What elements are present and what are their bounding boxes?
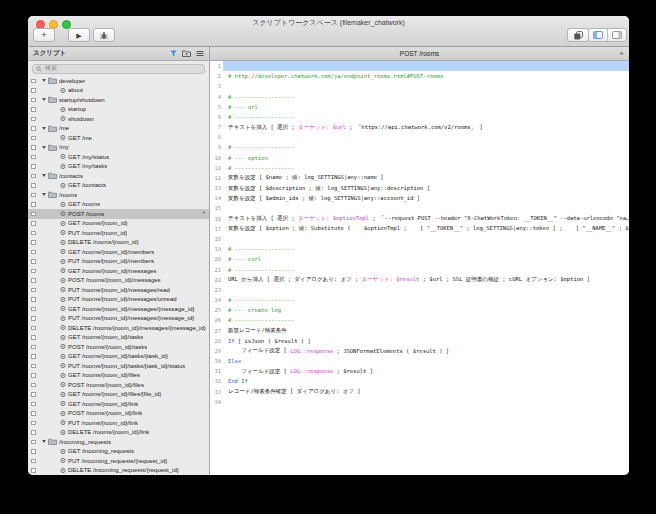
- sidebar-script-row[interactable]: startup: [28, 105, 209, 115]
- line-content[interactable]: フィールド設定 [ LOG::response ; JSONFormatElem…: [223, 346, 629, 356]
- code-line[interactable]: 17変数を設定 [ $option ; 値: Substitute ( $opt…: [210, 224, 629, 234]
- code-line[interactable]: 26# ------------------: [210, 315, 629, 325]
- sidebar-folder-row[interactable]: developer: [28, 76, 209, 86]
- sidebar-script-row[interactable]: GET /rooms/{room_id}/link: [28, 399, 209, 409]
- new-tab-button[interactable]: +: [619, 47, 624, 60]
- sidebar-folder-row[interactable]: /my: [28, 143, 209, 153]
- line-content[interactable]: [223, 234, 629, 244]
- disclosure-triangle-icon[interactable]: [42, 127, 46, 130]
- include-checkbox[interactable]: [31, 421, 36, 426]
- code-line[interactable]: 33レコード/検索条件確定 [ ダイアログあり: オフ ]: [210, 387, 629, 397]
- include-checkbox[interactable]: [31, 145, 36, 150]
- include-checkbox[interactable]: [31, 316, 36, 321]
- code-line[interactable]: 34: [210, 397, 629, 407]
- include-checkbox[interactable]: [31, 107, 36, 112]
- editor-tab-bar[interactable]: POST /rooms +: [210, 47, 629, 60]
- code-line[interactable]: 25# --- create log: [210, 305, 629, 315]
- filter-icon[interactable]: [170, 50, 177, 57]
- code-line[interactable]: 18: [210, 234, 629, 244]
- line-content[interactable]: 変数を設定 [ $name ; 値: log_SETTINGS|any::nam…: [223, 173, 629, 183]
- sidebar-script-row[interactable]: POST /rooms/{room_id}/tasks: [28, 342, 209, 352]
- sidebar-script-row[interactable]: DELETE /incoming_requests/{request_id}: [28, 466, 209, 476]
- sidebar-script-row[interactable]: GET /rooms/{room_id}/files/{file_id}: [28, 390, 209, 400]
- disclosure-triangle-icon[interactable]: [42, 174, 46, 177]
- code-line[interactable]: 2# http://developer.chatwork.com/ja/endp…: [210, 71, 629, 81]
- toggle-right-pane-button[interactable]: [607, 29, 626, 41]
- new-folder-icon[interactable]: [182, 50, 191, 57]
- sidebar-script-row[interactable]: GET /my/status: [28, 152, 209, 162]
- code-line[interactable]: 15: [210, 203, 629, 213]
- sidebar-script-row[interactable]: POST /rooms*: [28, 209, 209, 219]
- code-line[interactable]: 3: [210, 81, 629, 91]
- include-checkbox[interactable]: [31, 183, 36, 188]
- line-content[interactable]: # --- option: [223, 153, 629, 163]
- sidebar-script-row[interactable]: DELETE /rooms/{room_id}/messages/{messag…: [28, 323, 209, 333]
- line-content[interactable]: # --- create log: [223, 305, 629, 315]
- line-content[interactable]: [223, 132, 629, 142]
- code-line[interactable]: 13変数を設定 [ $description ; 値: log_SETTINGS…: [210, 183, 629, 193]
- sidebar-script-row[interactable]: POST /rooms/{room_id}/files: [28, 380, 209, 390]
- code-line[interactable]: 5# --- url: [210, 102, 629, 112]
- code-line[interactable]: 21# ------------------: [210, 264, 629, 274]
- include-checkbox[interactable]: [31, 468, 36, 473]
- toggle-left-pane-button[interactable]: [589, 29, 607, 41]
- code-line[interactable]: 4# ------------------: [210, 92, 629, 102]
- code-line[interactable]: 12変数を設定 [ $name ; 値: log_SETTINGS|any::n…: [210, 173, 629, 183]
- sidebar-script-row[interactable]: GET /contacts: [28, 181, 209, 191]
- line-content[interactable]: # ------------------: [223, 295, 629, 305]
- sidebar-folder-row[interactable]: /contacts: [28, 171, 209, 181]
- sidebar-script-row[interactable]: GET /incoming_requests: [28, 447, 209, 457]
- view-options-icon[interactable]: [196, 50, 204, 57]
- selected-line-content[interactable]: [223, 61, 629, 71]
- sidebar-script-row[interactable]: PUT /rooms/{room_id}/tasks/{task_id}/sta…: [28, 361, 209, 371]
- code-line[interactable]: 16テキストを挿入 [ 選択 ; ターゲット: $optionTmpl ; 「-…: [210, 214, 629, 224]
- code-line[interactable]: 7テキストを挿入 [ 選択 ; ターゲット: $url ; 「https://a…: [210, 122, 629, 132]
- include-checkbox[interactable]: [31, 250, 36, 255]
- code-line[interactable]: 30Else: [210, 356, 629, 366]
- include-checkbox[interactable]: [31, 383, 36, 388]
- code-line[interactable]: 1: [210, 61, 629, 71]
- line-content[interactable]: # ------------------: [223, 264, 629, 274]
- debug-script-button[interactable]: [93, 28, 115, 42]
- line-content[interactable]: If [ isJson ( $result ) ]: [223, 336, 629, 346]
- code-line[interactable]: 9# ------------------: [210, 142, 629, 152]
- include-checkbox[interactable]: [31, 164, 36, 169]
- include-checkbox[interactable]: [31, 269, 36, 274]
- sidebar-script-row[interactable]: GET /rooms/{room_id}/messages: [28, 266, 209, 276]
- line-content[interactable]: # ------------------: [223, 163, 629, 173]
- include-checkbox[interactable]: [31, 240, 36, 245]
- include-checkbox[interactable]: [31, 307, 36, 312]
- disclosure-triangle-icon[interactable]: [42, 79, 46, 82]
- sidebar-script-row[interactable]: DELETE /rooms/{room_id}: [28, 238, 209, 248]
- sidebar-script-row[interactable]: shutdown: [28, 114, 209, 124]
- code-line[interactable]: 6# ------------------: [210, 112, 629, 122]
- include-checkbox[interactable]: [31, 345, 36, 350]
- sidebar-folder-row[interactable]: /incoming_requests: [28, 437, 209, 447]
- sidebar-script-row[interactable]: PUT /rooms/{room_id}/messages/{message_i…: [28, 314, 209, 324]
- code-line[interactable]: 11# ------------------: [210, 163, 629, 173]
- sidebar-script-row[interactable]: GET /rooms/{room_id}/tasks/{task_id}: [28, 352, 209, 362]
- sidebar-script-row[interactable]: PUT /rooms/{room_id}/messages/read: [28, 285, 209, 295]
- run-script-button[interactable]: ▶: [68, 28, 90, 42]
- sidebar-script-row[interactable]: GET /rooms/{room_id}: [28, 219, 209, 229]
- sidebar-script-row[interactable]: GET /rooms/{room_id}/tasks: [28, 333, 209, 343]
- line-content[interactable]: 変数を設定 [ $option ; 値: Substitute ( $optio…: [223, 224, 629, 234]
- include-checkbox[interactable]: [31, 364, 36, 369]
- disclosure-triangle-icon[interactable]: [42, 146, 46, 149]
- sidebar-script-row[interactable]: PUT /incoming_requests/{request_id}: [28, 456, 209, 466]
- include-checkbox[interactable]: [31, 221, 36, 226]
- code-line[interactable]: 10# --- option: [210, 153, 629, 163]
- line-content[interactable]: レコード/検索条件確定 [ ダイアログあり: オフ ]: [223, 387, 629, 397]
- line-content[interactable]: # --- url: [223, 102, 629, 112]
- disclosure-triangle-icon[interactable]: [42, 440, 46, 443]
- code-line[interactable]: 29 フィールド設定 [ LOG::response ; JSONFormatE…: [210, 346, 629, 356]
- sidebar-script-row[interactable]: PUT /rooms/{room_id}/messages/unread: [28, 295, 209, 305]
- line-content[interactable]: URL から挿入 [ 選択 ; ダイアログあり: オフ ; ターゲット: $re…: [223, 275, 629, 285]
- sidebar-folder-row[interactable]: /rooms: [28, 190, 209, 200]
- include-checkbox[interactable]: [31, 440, 36, 445]
- include-checkbox[interactable]: [31, 402, 36, 407]
- line-content[interactable]: # ------------------: [223, 142, 629, 152]
- sidebar-script-row[interactable]: DELETE /rooms/{room_id}/link: [28, 428, 209, 438]
- include-checkbox[interactable]: [31, 231, 36, 236]
- include-checkbox[interactable]: [31, 79, 36, 84]
